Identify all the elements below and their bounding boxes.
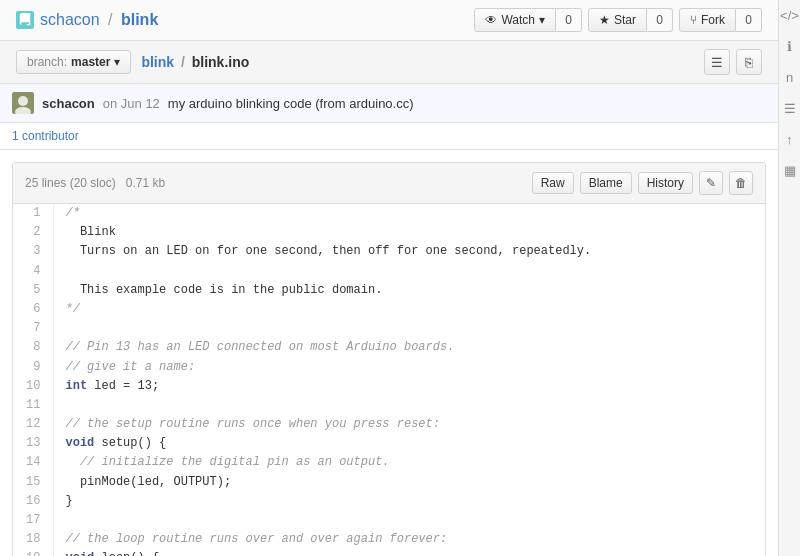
branch-bar: branch: master ▾ blink / blink.ino ☰ ⎘ <box>0 41 778 84</box>
watch-label: Watch <box>501 13 535 27</box>
line-code: // Pin 13 has an LED connected on most A… <box>53 338 765 357</box>
line-code: // initialize the digital pin as an outp… <box>53 453 765 472</box>
repo-title: schacon / blink <box>16 11 158 29</box>
line-number[interactable]: 8 <box>13 338 53 357</box>
table-row: 4 <box>13 262 765 281</box>
line-number[interactable]: 10 <box>13 377 53 396</box>
line-number[interactable]: 19 <box>13 549 53 556</box>
info-icon[interactable]: ℹ <box>787 39 792 54</box>
table-row: 3 Turns on an LED on for one second, the… <box>13 242 765 261</box>
line-code <box>53 396 765 415</box>
table-row: 5 This example code is in the public dom… <box>13 281 765 300</box>
raw-button[interactable]: Raw <box>532 172 574 194</box>
star-button[interactable]: ★ Star <box>588 8 647 32</box>
table-row: 15 pinMode(led, OUTPUT); <box>13 473 765 492</box>
line-code: This example code is in the public domai… <box>53 281 765 300</box>
fork-button[interactable]: ⑂ Fork <box>679 8 736 32</box>
line-code: } <box>53 492 765 511</box>
branch-prefix: branch: <box>27 55 67 69</box>
file-parent-link[interactable]: blink <box>141 54 174 70</box>
table-row: 12// the setup routine runs once when yo… <box>13 415 765 434</box>
history-button[interactable]: History <box>638 172 693 194</box>
code-icon[interactable]: </> <box>780 8 799 23</box>
chevron-down-icon: ▾ <box>114 55 120 69</box>
line-number[interactable]: 14 <box>13 453 53 472</box>
repo-icon <box>16 11 34 29</box>
table-row: 7 <box>13 319 765 338</box>
contributor-link[interactable]: 1 contributor <box>12 129 79 143</box>
table-row: 13void setup() { <box>13 434 765 453</box>
line-number[interactable]: 15 <box>13 473 53 492</box>
watch-button[interactable]: 👁 Watch ▾ <box>474 8 556 32</box>
chevron-down-icon: ▾ <box>539 13 545 27</box>
breadcrumb: schacon / blink <box>40 11 158 29</box>
line-code <box>53 319 765 338</box>
page-header: schacon / blink 👁 Watch ▾ 0 ★ Star 0 <box>0 0 778 41</box>
line-number[interactable]: 5 <box>13 281 53 300</box>
fork-group: ⑂ Fork 0 <box>679 8 762 32</box>
file-view: 25 lines (20 sloc) 0.71 kb Raw Blame His… <box>12 162 766 556</box>
header-actions: 👁 Watch ▾ 0 ★ Star 0 ⑂ Fork 0 <box>474 8 762 32</box>
watch-group: 👁 Watch ▾ 0 <box>474 8 582 32</box>
line-number[interactable]: 11 <box>13 396 53 415</box>
star-group: ★ Star 0 <box>588 8 673 32</box>
path-sep: / <box>181 54 189 70</box>
line-number[interactable]: 16 <box>13 492 53 511</box>
branch-selector[interactable]: branch: master ▾ <box>16 50 131 74</box>
eye-icon: 👁 <box>485 13 497 27</box>
network-icon[interactable]: n <box>786 70 793 85</box>
line-code: Turns on an LED on for one second, then … <box>53 242 765 261</box>
table-row: 6*/ <box>13 300 765 319</box>
line-code <box>53 511 765 530</box>
line-number[interactable]: 12 <box>13 415 53 434</box>
pencil-icon-button[interactable]: ✎ <box>699 171 723 195</box>
contributor-bar: 1 contributor <box>0 123 778 150</box>
list-icon[interactable]: ☰ <box>784 101 796 116</box>
table-row: 10int led = 13; <box>13 377 765 396</box>
table-row: 19void loop() { <box>13 549 765 556</box>
line-number[interactable]: 17 <box>13 511 53 530</box>
line-number[interactable]: 7 <box>13 319 53 338</box>
line-number[interactable]: 13 <box>13 434 53 453</box>
line-number[interactable]: 6 <box>13 300 53 319</box>
grid-icon[interactable]: ▦ <box>784 163 796 178</box>
trash-icon-button[interactable]: 🗑 <box>729 171 753 195</box>
svg-point-1 <box>18 96 28 106</box>
commit-author[interactable]: schacon <box>42 96 95 111</box>
line-code: void setup() { <box>53 434 765 453</box>
line-code: void loop() { <box>53 549 765 556</box>
line-number[interactable]: 18 <box>13 530 53 549</box>
table-row: 18// the loop routine runs over and over… <box>13 530 765 549</box>
fork-label: Fork <box>701 13 725 27</box>
copy-button[interactable]: ⎘ <box>736 49 762 75</box>
line-number[interactable]: 2 <box>13 223 53 242</box>
line-code: */ <box>53 300 765 319</box>
repo-link[interactable]: blink <box>121 11 158 28</box>
table-row: 17 <box>13 511 765 530</box>
blame-button[interactable]: Blame <box>580 172 632 194</box>
owner-link[interactable]: schacon <box>40 11 100 28</box>
file-name: blink.ino <box>192 54 250 70</box>
list-view-button[interactable]: ☰ <box>704 49 730 75</box>
line-code <box>53 262 765 281</box>
branch-bar-actions: ☰ ⎘ <box>704 49 762 75</box>
line-number[interactable]: 3 <box>13 242 53 261</box>
line-number[interactable]: 4 <box>13 262 53 281</box>
breadcrumb-sep: / <box>108 11 112 28</box>
arrow-icon[interactable]: ↑ <box>786 132 793 147</box>
lines-info: 25 lines (20 sloc) <box>25 176 116 190</box>
line-code: // the setup routine runs once when you … <box>53 415 765 434</box>
code-table: 1/*2 Blink3 Turns on an LED on for one s… <box>13 204 765 556</box>
code-container: 1/*2 Blink3 Turns on an LED on for one s… <box>13 204 765 556</box>
table-row: 14 // initialize the digital pin as an o… <box>13 453 765 472</box>
line-number[interactable]: 9 <box>13 358 53 377</box>
line-code: pinMode(led, OUTPUT); <box>53 473 765 492</box>
commit-message: my arduino blinking code (from arduino.c… <box>168 96 414 111</box>
line-code: // give it a name: <box>53 358 765 377</box>
file-info: 25 lines (20 sloc) 0.71 kb <box>25 176 532 190</box>
file-meta-actions: Raw Blame History ✎ 🗑 <box>532 171 753 195</box>
line-number[interactable]: 1 <box>13 204 53 223</box>
table-row: 8// Pin 13 has an LED connected on most … <box>13 338 765 357</box>
commit-date: on Jun 12 <box>103 96 160 111</box>
star-label: Star <box>614 13 636 27</box>
